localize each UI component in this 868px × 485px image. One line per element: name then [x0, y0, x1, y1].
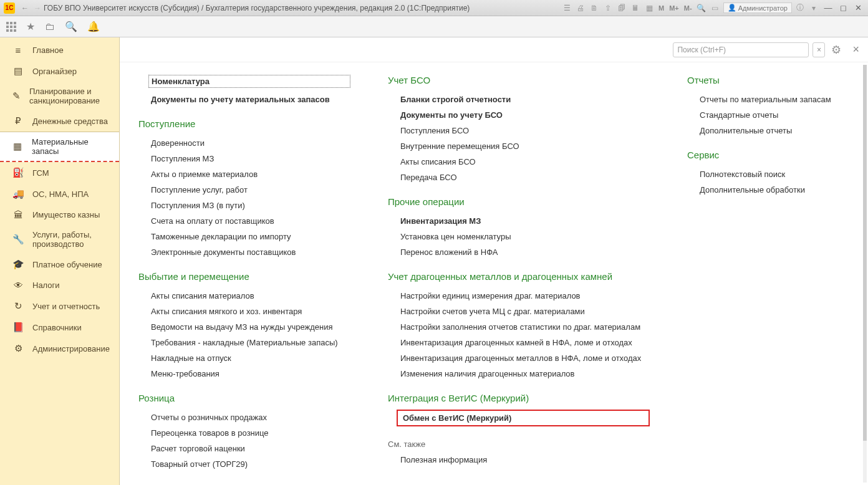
upload-icon[interactable]: ⇪ [602, 2, 614, 14]
link-item[interactable]: Акты о приемке материалов [138, 166, 350, 182]
link-item[interactable]: Полнотекстовый поиск [687, 166, 849, 182]
search-icon[interactable]: 🔍 [65, 21, 77, 32]
link-item[interactable]: Обмен с ВетИС (Меркурий) [397, 410, 650, 426]
star-icon[interactable]: ★ [26, 21, 35, 32]
sidebar-label: Органайзер [32, 67, 77, 76]
search-input[interactable]: Поиск (Ctrl+F) [673, 42, 809, 57]
nav-back-icon[interactable]: ← [21, 4, 29, 12]
sidebar-item[interactable]: ↻Учет и отчетность [0, 295, 119, 317]
link-item[interactable]: Инвентаризация драгоценных камней в НФА,… [388, 335, 650, 350]
link-item[interactable]: Доверенности [138, 135, 350, 151]
link-item[interactable]: Ведомости на выдачу МЗ на нужды учрежден… [138, 319, 350, 335]
link-item[interactable]: Настройки заполнения отчетов статистики … [388, 319, 650, 335]
sidebar-icon: ↻ [12, 300, 24, 312]
link-item[interactable]: Документы по учету БСО [388, 107, 650, 123]
doc-icon[interactable]: 🗎 [589, 2, 600, 14]
sidebar-item[interactable]: ▤Органайзер [0, 60, 119, 82]
link-item[interactable]: Накладные на отпуск [138, 350, 350, 366]
link-item[interactable]: Переоценка товаров в рознице [138, 425, 350, 441]
m-icon[interactable]: M [657, 2, 665, 14]
link-item[interactable]: Поступления БСО [388, 123, 650, 138]
link-item[interactable]: Передача БСО [388, 170, 650, 185]
apps-icon[interactable] [6, 22, 16, 32]
tool2-icon[interactable]: ▭ [710, 2, 721, 14]
sidebar-icon: 🚚 [12, 188, 24, 199]
copy-icon[interactable]: 🗐 [616, 2, 627, 14]
sidebar-icon: ▤ [12, 65, 24, 77]
m-plus-icon[interactable]: M+ [668, 2, 680, 14]
link-item[interactable]: Инвентаризация драгоценных металлов в НФ… [388, 350, 650, 366]
close-button[interactable]: ✕ [852, 3, 864, 13]
sidebar-label: Налоги [32, 281, 60, 290]
user-button[interactable]: 👤Администратор [723, 2, 792, 13]
link-item[interactable]: Установка цен номенклатуры [388, 229, 650, 244]
link-item[interactable]: Акты списания мягкого и хоз. инвентаря [138, 304, 350, 319]
link-item[interactable]: Стандартные отчеты [687, 107, 849, 123]
link-item[interactable]: Акты списания БСО [388, 154, 650, 170]
link-item[interactable]: Настройки единиц измерения драг. материа… [388, 288, 650, 304]
minimize-button[interactable]: — [822, 3, 834, 13]
link-item[interactable]: Меню-требования [138, 366, 350, 382]
link-item[interactable]: Полезная информация [388, 452, 650, 468]
link-item[interactable]: Номенклатура [148, 75, 350, 88]
link-item[interactable]: Отчеты по материальным запасам [687, 92, 849, 107]
section-header: Интеграция с ВетИС (Меркурий) [388, 393, 650, 403]
link-item[interactable]: Бланки строгой отчетности [388, 92, 650, 107]
calendar-icon[interactable]: ▦ [644, 2, 655, 14]
sidebar-label: ОС, НМА, НПА [32, 190, 89, 199]
sidebar-icon: 📕 [12, 322, 24, 333]
link-item[interactable]: Акты списания материалов [138, 288, 350, 304]
column-2: Учет БСОБланки строгой отчетностиДокумен… [388, 75, 650, 472]
link-item[interactable]: Внутренние перемещения БСО [388, 138, 650, 154]
link-item[interactable]: Таможенные декларации по импорту [138, 229, 350, 244]
dropdown-icon[interactable]: ▾ [808, 2, 819, 14]
section-header: Сервис [687, 150, 849, 160]
link-item[interactable]: Перенос вложений в НФА [388, 244, 650, 260]
sidebar-item[interactable]: ≡Главное [0, 40, 119, 60]
link-item[interactable]: Требования - накладные (Материальные зап… [138, 335, 350, 350]
sidebar-item[interactable]: ₽Денежные средства [0, 110, 119, 132]
tool-icon[interactable]: ☰ [561, 2, 572, 14]
sidebar-item[interactable]: ▦Материальные запасы [0, 132, 119, 162]
sidebar-item[interactable]: ⚙Администрирование [0, 338, 119, 359]
clipboard-icon[interactable]: 🗀 [45, 21, 55, 32]
close-panel-button[interactable]: × [852, 43, 859, 56]
link-item[interactable]: Инвентаризация МЗ [388, 213, 650, 229]
link-item[interactable]: Расчет торговой наценки [138, 441, 350, 456]
sidebar-label: Главное [32, 46, 64, 55]
sidebar-item[interactable]: ✎Планирование и санкционирование [0, 82, 119, 110]
link-item[interactable]: Электронные документы поставщиков [138, 244, 350, 260]
sidebar-label: Справочники [32, 323, 82, 332]
scrollbar[interactable] [863, 65, 867, 483]
m-minus-icon[interactable]: M- [683, 2, 693, 14]
nav-fwd-icon[interactable]: → [34, 4, 41, 12]
sidebar-item[interactable]: 🔧Услуги, работы, производство [0, 225, 119, 254]
link-item[interactable]: Дополнительные отчеты [687, 123, 849, 138]
link-item[interactable]: Дополнительные обработки [687, 182, 849, 198]
maximize-button[interactable]: ◻ [837, 3, 849, 13]
calc-icon[interactable]: 🖩 [630, 2, 641, 14]
link-item[interactable]: Изменения наличия драгоценных материалов [388, 366, 650, 382]
sidebar-item[interactable]: 🎓Платное обучение [0, 254, 119, 275]
sidebar-item[interactable]: ⛽ГСМ [0, 162, 119, 183]
link-item[interactable]: Товарный отчет (ТОРГ29) [138, 456, 350, 472]
link-item[interactable]: Поступления МЗ [138, 151, 350, 166]
link-item[interactable]: Поступления МЗ (в пути) [138, 198, 350, 213]
search-clear-button[interactable]: × [813, 42, 825, 57]
sidebar-item[interactable]: 👁Налоги [0, 275, 119, 295]
link-item[interactable]: Документы по учету материальных запасов [138, 92, 350, 107]
bell-icon[interactable]: 🔔 [87, 21, 100, 32]
settings-gear-icon[interactable]: ⚙ [831, 43, 841, 57]
sidebar-item[interactable]: 📕Справочники [0, 317, 119, 338]
print-icon[interactable]: 🖨 [575, 2, 586, 14]
link-item[interactable]: Поступление услуг, работ [138, 182, 350, 198]
link-item[interactable]: Счета на оплату от поставщиков [138, 213, 350, 229]
link-item[interactable]: Отчеты о розничных продажах [138, 410, 350, 425]
section-header: Поступление [138, 118, 350, 129]
sidebar-item[interactable]: 🚚ОС, НМА, НПА [0, 183, 119, 204]
sidebar-label: Услуги, работы, производство [32, 230, 113, 249]
zoom-icon[interactable]: 🔍 [696, 2, 707, 14]
sidebar-item[interactable]: 🏛Имущество казны [0, 204, 119, 225]
link-item[interactable]: Настройки счетов учета МЦ с драг. матери… [388, 304, 650, 319]
info-icon[interactable]: ⓘ [794, 2, 806, 14]
